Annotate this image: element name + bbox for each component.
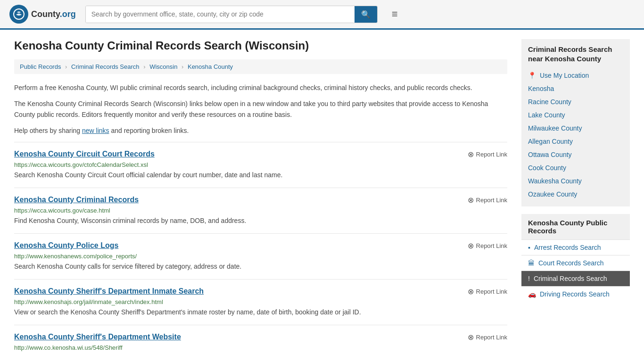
new-links[interactable]: new links bbox=[82, 127, 109, 134]
nearby-link-8[interactable]: Ozaukee County bbox=[528, 188, 623, 201]
report-link-4[interactable]: ⊗ Report Link bbox=[468, 333, 507, 342]
item-label-3: Driving Records Search bbox=[540, 290, 610, 298]
nearby-link-7[interactable]: Waukesha County bbox=[528, 174, 623, 188]
breadcrumb-criminal-records[interactable]: Criminal Records Search bbox=[71, 63, 140, 70]
item-label-2: Criminal Records Search bbox=[534, 275, 607, 282]
page-title: Kenosha County Criminal Records Search (… bbox=[14, 39, 507, 52]
record-entry: Kenosha County Circuit Court Records ⊗ R… bbox=[14, 142, 507, 188]
record-title-2[interactable]: Kenosha County Police Logs bbox=[14, 241, 118, 250]
record-entry: Kenosha County Police Logs ⊗ Report Link… bbox=[14, 233, 507, 279]
record-url-4[interactable]: http://www.co.kenosha.wi.us/548/Sheriff bbox=[14, 344, 507, 351]
nearby-link-1[interactable]: Racine County bbox=[528, 95, 623, 108]
record-desc-1: Find Kenosha County, Wisconsin criminal … bbox=[14, 216, 507, 226]
report-link-1[interactable]: ⊗ Report Link bbox=[468, 196, 507, 205]
item-icon-2: ! bbox=[528, 275, 530, 282]
description-3: Help others by sharing new links and rep… bbox=[14, 125, 507, 136]
report-icon-3: ⊗ bbox=[468, 287, 474, 296]
main-container: Kenosha County Criminal Records Search (… bbox=[0, 30, 644, 362]
nearby-box: Criminal Records Search near Kenosha Cou… bbox=[521, 39, 630, 206]
record-title-3[interactable]: Kenosha County Sheriff's Department Inma… bbox=[14, 287, 204, 296]
search-icon: 🔍 bbox=[361, 10, 371, 18]
record-header: Kenosha County Circuit Court Records ⊗ R… bbox=[14, 150, 507, 159]
report-icon-1: ⊗ bbox=[468, 196, 474, 205]
nearby-link-4[interactable]: Allegan County bbox=[528, 135, 623, 148]
item-label-1: Court Records Search bbox=[538, 259, 604, 267]
nearby-link-6[interactable]: Cook County bbox=[528, 161, 623, 174]
nearby-link-3[interactable]: Milwaukee County bbox=[528, 122, 623, 135]
public-record-item-0[interactable]: ▪ Arrest Records Search bbox=[521, 239, 630, 255]
report-link-3[interactable]: ⊗ Report Link bbox=[468, 287, 507, 296]
nearby-link-0[interactable]: Kenosha bbox=[528, 82, 623, 95]
record-entry: Kenosha County Criminal Records ⊗ Report… bbox=[14, 188, 507, 233]
record-header: Kenosha County Criminal Records ⊗ Report… bbox=[14, 196, 507, 205]
record-desc-3: View or search the Kenosha County Sherif… bbox=[14, 307, 507, 317]
item-icon-0: ▪ bbox=[528, 244, 530, 251]
record-url-0[interactable]: https://wcca.wicourts.gov/ctofcCalendarS… bbox=[14, 161, 507, 168]
report-link-2[interactable]: ⊗ Report Link bbox=[468, 241, 507, 250]
breadcrumb-wisconsin[interactable]: Wisconsin bbox=[149, 63, 177, 70]
search-input[interactable] bbox=[86, 6, 355, 23]
breadcrumb-sep-1: › bbox=[65, 63, 67, 70]
use-my-location[interactable]: 📍 Use My Location bbox=[528, 69, 623, 82]
public-record-item-2[interactable]: ! Criminal Records Search bbox=[521, 271, 630, 286]
location-icon: 📍 bbox=[528, 72, 536, 79]
record-title-1[interactable]: Kenosha County Criminal Records bbox=[14, 196, 139, 204]
nearby-title: Criminal Records Search near Kenosha Cou… bbox=[528, 45, 623, 63]
record-desc-2: Search Kenosha County calls for service … bbox=[14, 262, 507, 272]
breadcrumb: Public Records › Criminal Records Search… bbox=[14, 59, 507, 74]
record-entry: Kenosha County Sheriff's Department Inma… bbox=[14, 279, 507, 325]
nearby-link-2[interactable]: Lake County bbox=[528, 108, 623, 122]
record-url-2[interactable]: http://www.kenoshanews.com/police_report… bbox=[14, 253, 507, 260]
logo[interactable]: County.org bbox=[9, 5, 76, 24]
record-url-3[interactable]: http://www.kenoshajs.org/jail/inmate_sea… bbox=[14, 298, 507, 305]
record-entry: Kenosha County Sheriff's Department Webs… bbox=[14, 325, 507, 361]
public-record-item-3[interactable]: 🚗 Driving Records Search bbox=[521, 286, 630, 302]
record-desc-0: Search Kenosha County Circuit Court offi… bbox=[14, 170, 507, 180]
sidebar: Criminal Records Search near Kenosha Cou… bbox=[521, 39, 630, 361]
record-header: Kenosha County Sheriff's Department Webs… bbox=[14, 333, 507, 342]
breadcrumb-sep-2: › bbox=[143, 63, 145, 70]
public-records-title: Kenosha County Public Records bbox=[521, 214, 630, 239]
record-title-0[interactable]: Kenosha County Circuit Court Records bbox=[14, 150, 155, 158]
nearby-link-5[interactable]: Ottawa County bbox=[528, 148, 623, 161]
public-records-list: ▪ Arrest Records Search 🏛 Court Records … bbox=[521, 239, 630, 302]
logo-icon bbox=[9, 5, 28, 24]
report-link-0[interactable]: ⊗ Report Link bbox=[468, 150, 507, 159]
breadcrumb-public-records[interactable]: Public Records bbox=[20, 63, 61, 70]
menu-icon[interactable]: ≡ bbox=[392, 8, 398, 20]
record-url-1[interactable]: https://wcca.wicourts.gov/case.html bbox=[14, 207, 507, 214]
nearby-links: KenoshaRacine CountyLake CountyMilwaukee… bbox=[528, 82, 623, 201]
search-bar: 🔍 bbox=[85, 6, 378, 23]
record-header: Kenosha County Police Logs ⊗ Report Link bbox=[14, 241, 507, 250]
record-title-4[interactable]: Kenosha County Sheriff's Department Webs… bbox=[14, 333, 181, 341]
report-icon-0: ⊗ bbox=[468, 150, 474, 159]
item-icon-3: 🚗 bbox=[528, 290, 536, 298]
item-label-0: Arrest Records Search bbox=[534, 244, 601, 251]
logo-text: County.org bbox=[31, 9, 76, 19]
content-area: Kenosha County Criminal Records Search (… bbox=[14, 39, 507, 361]
breadcrumb-sep-3: › bbox=[182, 63, 183, 70]
description-1: Perform a free Kenosha County, WI public… bbox=[14, 82, 507, 93]
item-icon-1: 🏛 bbox=[528, 259, 535, 267]
report-icon-2: ⊗ bbox=[468, 241, 474, 250]
record-header: Kenosha County Sheriff's Department Inma… bbox=[14, 287, 507, 296]
public-record-item-1[interactable]: 🏛 Court Records Search bbox=[521, 255, 630, 271]
report-icon-4: ⊗ bbox=[468, 333, 474, 342]
description-2: The Kenosha County Criminal Records Sear… bbox=[14, 99, 507, 120]
search-button[interactable]: 🔍 bbox=[355, 6, 377, 23]
breadcrumb-kenosha[interactable]: Kenosha County bbox=[188, 63, 233, 70]
header: County.org 🔍 ≡ bbox=[0, 0, 644, 30]
records-list: Kenosha County Circuit Court Records ⊗ R… bbox=[14, 142, 507, 361]
